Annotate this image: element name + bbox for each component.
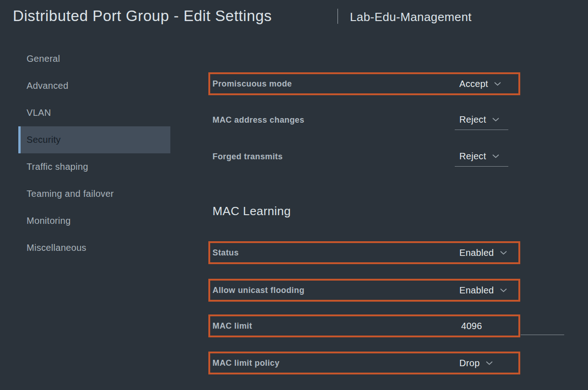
field-row-mac-address-changes: MAC address changes Reject [208, 110, 520, 130]
chevron-down-icon [494, 82, 501, 86]
title-divider [338, 9, 338, 24]
promiscuous-mode-dropdown[interactable]: Accept [455, 74, 508, 93]
sidebar-item-teaming-and-failover[interactable]: Teaming and failover [18, 180, 170, 207]
chevron-down-icon [486, 361, 493, 365]
sidebar-item-label: VLAN [27, 108, 51, 118]
sidebar-item-label: Traffic shaping [27, 162, 88, 172]
chevron-down-icon [500, 288, 507, 292]
field-row-forged-transmits: Forged transmits Reject [208, 146, 520, 167]
chevron-down-icon [492, 154, 499, 158]
sidebar-item-label: Monitoring [27, 216, 71, 226]
dialog-title: Distributed Port Group - Edit Settings [13, 6, 272, 26]
sidebar-item-label: Advanced [27, 81, 68, 91]
field-label: MAC limit policy [212, 353, 279, 373]
field-label: Allow unicast flooding [212, 281, 305, 300]
mac-limit-underline-extension [521, 335, 564, 335]
mac-address-changes-dropdown[interactable]: Reject [455, 110, 508, 130]
sidebar-item-traffic-shaping[interactable]: Traffic shaping [18, 153, 170, 180]
sidebar-item-miscellaneous[interactable]: Miscellaneous [18, 234, 170, 261]
field-row-promiscuous-mode: Promiscuous mode Accept [208, 72, 520, 95]
sidebar-item-general[interactable]: General [18, 45, 170, 72]
field-row-allow-unicast-flooding: Allow unicast flooding Enabled [208, 279, 520, 302]
field-label: Forged transmits [212, 146, 283, 167]
field-label: Status [212, 243, 239, 262]
port-group-name: Lab-Edu-Management [350, 9, 472, 25]
mac-limit-input[interactable]: 4096 [455, 316, 508, 336]
allow-unicast-flooding-dropdown[interactable]: Enabled [455, 281, 508, 300]
mac-learning-status-dropdown[interactable]: Enabled [455, 243, 508, 262]
forged-transmits-dropdown[interactable]: Reject [455, 146, 508, 167]
sidebar-item-monitoring[interactable]: Monitoring [18, 207, 170, 234]
mac-limit-policy-dropdown[interactable]: Drop [455, 353, 508, 373]
settings-nav: General Advanced VLAN Security Traffic s… [18, 45, 170, 261]
field-label: MAC limit [212, 316, 252, 336]
field-label: MAC address changes [212, 110, 305, 130]
sidebar-item-label: Security [27, 135, 61, 145]
sidebar-item-label: General [27, 54, 60, 64]
field-label: Promiscuous mode [212, 74, 292, 93]
sidebar-item-advanced[interactable]: Advanced [18, 72, 170, 99]
selected-accent-bar [18, 126, 21, 153]
chevron-down-icon [500, 251, 507, 255]
field-row-mac-learning-status: Status Enabled [208, 241, 520, 264]
field-row-mac-limit: MAC limit 4096 [208, 314, 520, 337]
edit-settings-dialog: Distributed Port Group - Edit Settings L… [0, 0, 588, 390]
sidebar-item-label: Miscellaneous [27, 243, 87, 253]
field-row-mac-limit-policy: MAC limit policy Drop [208, 352, 520, 374]
mac-learning-heading: MAC Learning [212, 203, 291, 219]
sidebar-item-label: Teaming and failover [27, 189, 114, 199]
sidebar-item-security[interactable]: Security [18, 126, 170, 153]
chevron-down-icon [492, 118, 499, 122]
sidebar-item-vlan[interactable]: VLAN [18, 99, 170, 126]
